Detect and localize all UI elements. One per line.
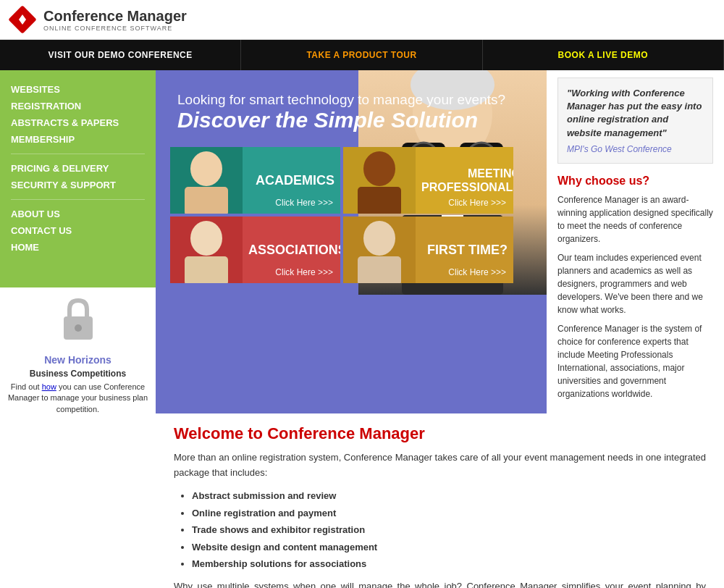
- welcome-intro: More than an online registration system,…: [174, 450, 706, 481]
- sidebar: WEBSITES REGISTRATION ABSTRACTS & PAPERS…: [0, 70, 156, 588]
- body-para-1: Why use multiple systems when one will m…: [174, 579, 706, 588]
- sidebar-item-home[interactable]: HOME: [11, 239, 145, 256]
- hero-title: Discover the Simple Solution: [177, 108, 525, 133]
- site-subtitle: ONLINE CONFERENCE SOFTWARE: [43, 25, 187, 32]
- sidebar-divider-1: [11, 154, 145, 154]
- hero-row: Looking for smart technology to manage y…: [156, 70, 724, 413]
- quote-source: MPI's Go West Conference: [567, 144, 704, 154]
- svg-rect-29: [358, 256, 401, 283]
- svg-rect-20: [185, 187, 228, 214]
- nav-demo[interactable]: VISIT OUR DEMO CONFERENCE: [0, 40, 241, 70]
- svg-point-4: [75, 324, 82, 332]
- quote-text: "Working with Conference Manager has put…: [567, 87, 704, 140]
- horizons-link[interactable]: how: [42, 382, 56, 391]
- sidebar-item-membership[interactable]: MEMBERSHIP: [11, 131, 145, 148]
- sidebar-item-registration[interactable]: REGISTRATION: [11, 98, 145, 114]
- cat-firsttime-click: Click Here >>>: [448, 267, 506, 277]
- horizons-subtitle: Business Competitions: [30, 369, 126, 379]
- hero-section: Looking for smart technology to manage y…: [156, 70, 547, 413]
- categories-grid: ACADEMICS Click Here >>> MEETING PROFESS…: [156, 140, 547, 290]
- cat-firsttime-title: FIRST TIME?: [421, 243, 508, 258]
- cat-meeting-title: MEETING PROFESSIONALS: [421, 167, 513, 194]
- feature-list: Abstract submission and review Online re…: [192, 487, 706, 572]
- logo-diamond-icon: [9, 6, 36, 33]
- center-right: Looking for smart technology to manage y…: [156, 70, 724, 588]
- sidebar-item-about[interactable]: ABOUT US: [11, 206, 145, 222]
- svg-point-25: [190, 221, 222, 256]
- sidebar-item-abstracts[interactable]: ABSTRACTS & PAPERS: [11, 114, 145, 131]
- content-area: Welcome to Conference Manager More than …: [156, 413, 724, 588]
- list-item-3: Trade shows and exhibitor registration: [192, 521, 706, 538]
- cat-firsttime[interactable]: FIRST TIME? Click Here >>>: [343, 217, 513, 283]
- cat-academics[interactable]: ACADEMICS Click Here >>>: [170, 147, 340, 214]
- cat-meeting[interactable]: MEETING PROFESSIONALS Click Here >>>: [343, 147, 513, 214]
- hero-subtitle: Looking for smart technology to manage y…: [177, 92, 525, 108]
- horizons-text: Find out how you can use Conference Mana…: [0, 382, 156, 415]
- header: Conference Manager ONLINE CONFERENCE SOF…: [0, 0, 724, 40]
- logo-text: Conference Manager ONLINE CONFERENCE SOF…: [43, 8, 187, 32]
- horizons-title: New Horizons: [44, 354, 111, 366]
- sidebar-item-websites[interactable]: WEBSITES: [11, 81, 145, 98]
- welcome-title: Welcome to Conference Manager: [174, 424, 706, 443]
- cat-associations-click: Click Here >>>: [275, 267, 333, 277]
- sidebar-divider-2: [11, 199, 145, 200]
- quote-box: "Working with Conference Manager has put…: [557, 77, 713, 164]
- hero-text-block: Looking for smart technology to manage y…: [156, 70, 547, 140]
- svg-rect-23: [358, 187, 401, 214]
- right-column: "Working with Conference Manager has put…: [547, 70, 724, 413]
- sidebar-item-pricing[interactable]: PRICING & DELIVERY: [11, 160, 145, 177]
- sidebar-menu: WEBSITES REGISTRATION ABSTRACTS & PAPERS…: [0, 70, 156, 287]
- why-para-1: Conference Manager is an award-winning a…: [557, 193, 713, 245]
- horizons-widget: New Horizons Business Competitions Find …: [0, 295, 156, 415]
- cat-academics-title: ACADEMICS: [248, 173, 334, 188]
- cat-associations-title: ASSOCIATIONS: [248, 243, 340, 258]
- svg-rect-26: [185, 256, 228, 283]
- page-body: WEBSITES REGISTRATION ABSTRACTS & PAPERS…: [0, 70, 724, 588]
- nav-bar: VISIT OUR DEMO CONFERENCE TAKE A PRODUCT…: [0, 40, 724, 70]
- svg-point-28: [363, 221, 395, 256]
- cat-academics-click: Click Here >>>: [275, 198, 333, 208]
- svg-point-22: [363, 151, 395, 186]
- why-para-2: Our team includes experienced event plan…: [557, 251, 713, 316]
- cat-associations[interactable]: ASSOCIATIONS Click Here >>>: [170, 217, 340, 283]
- why-title: Why choose us?: [557, 175, 713, 188]
- list-item-5: Membership solutions for associations: [192, 555, 706, 572]
- sidebar-item-contact[interactable]: CONTACT US: [11, 222, 145, 239]
- main-content: Welcome to Conference Manager More than …: [156, 413, 724, 588]
- nav-tour[interactable]: TAKE A PRODUCT TOUR: [241, 40, 482, 70]
- lock-icon: [56, 295, 100, 348]
- cat-meeting-click: Click Here >>>: [448, 198, 506, 208]
- sidebar-item-security[interactable]: SECURITY & SUPPORT: [11, 177, 145, 193]
- why-para-3: Conference Manager is the system of choi…: [557, 322, 713, 400]
- site-title: Conference Manager: [43, 8, 187, 25]
- list-item-2: Online registration and payment: [192, 505, 706, 521]
- list-item-1: Abstract submission and review: [192, 487, 706, 504]
- svg-point-19: [190, 151, 222, 186]
- nav-book[interactable]: BOOK A LIVE DEMO: [483, 40, 724, 70]
- list-item-4: Website design and content management: [192, 539, 706, 555]
